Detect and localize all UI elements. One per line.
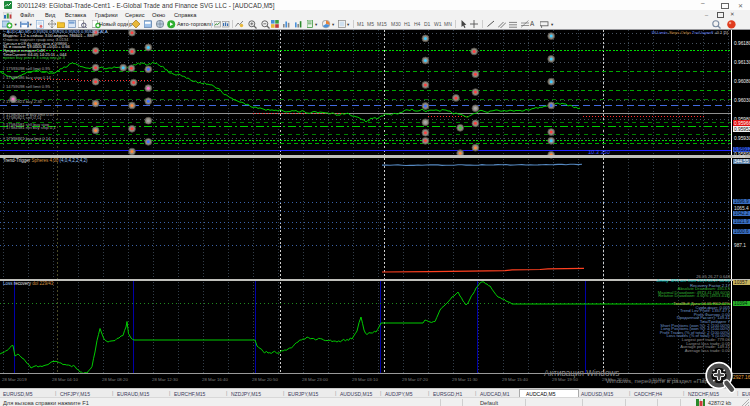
svg-text:10.3 350: 10.3 350 xyxy=(588,149,610,155)
svg-text:10394: 10394 xyxy=(734,301,748,306)
svg-text:# 17580821 sell 0.14: # 17580821 sell 0.14 xyxy=(3,115,43,120)
svg-text:1000.6: 1000.6 xyxy=(734,229,749,234)
svg-text:1021.9: 1021.9 xyxy=(734,219,749,224)
svg-text:0.96180: 0.96180 xyxy=(734,41,750,46)
svg-text:29 Mar 03:10: 29 Mar 03:10 xyxy=(352,377,378,382)
svg-text:28 Mar 08:20: 28 Mar 08:20 xyxy=(102,377,128,382)
svg-text:0.96030: 0.96030 xyxy=(734,98,750,103)
svg-text:время buy prior в 3 след пер (: время buy prior в 3 след пер (и 3 xyxy=(3,55,66,60)
svg-text:Relative Drawdown: 4.60% (4913: Relative Drawdown: 4.60% (4913.41$) xyxy=(658,293,730,298)
svg-text:# 17580821 buy 2.30: # 17580821 buy 2.30 xyxy=(3,99,43,104)
svg-text:29 Mar 11:30: 29 Mar 11:30 xyxy=(452,377,478,382)
svg-text:# 17593098 sell limit 0.95: # 17593098 sell limit 0.95 xyxy=(3,66,51,71)
svg-text:# 17590821 buy limit 0.14: # 17590821 buy limit 0.14 xyxy=(3,136,52,141)
svg-text:344.55: 344.55 xyxy=(734,159,749,164)
svg-text:0.96130: 0.96130 xyxy=(734,60,750,65)
svg-text:28 Mar 23:00: 28 Mar 23:00 xyxy=(302,377,328,382)
svg-text:29 Mar 15:40: 29 Mar 15:40 xyxy=(502,377,528,382)
svg-text:1065.4: 1065.4 xyxy=(734,206,749,211)
svg-text:28 Mar 2019: 28 Mar 2019 xyxy=(2,377,27,382)
svg-text:28 Mar 16:40: 28 Mar 16:40 xyxy=(202,377,228,382)
svg-text:0.95952: 0.95952 xyxy=(734,127,750,132)
svg-text:987.1: 987.1 xyxy=(734,243,746,248)
svg-text:# 14759098 sell limit 0.95: # 14759098 sell limit 0.95 xyxy=(3,84,51,89)
svg-text:1042.2: 1042.2 xyxy=(734,211,749,216)
svg-text:0.95930: 0.95930 xyxy=(734,136,750,141)
svg-text:0.96080: 0.96080 xyxy=(734,79,750,84)
svg-text:Average loss trade: 0.00: Average loss trade: 0.00 xyxy=(685,348,731,353)
svg-text:10357: 10357 xyxy=(734,280,748,285)
svg-text:29 Mar 07:20: 29 Mar 07:20 xyxy=(402,377,428,382)
svg-text:28 Mar 04:10: 28 Mar 04:10 xyxy=(52,377,78,382)
svg-text:# 17584581 net buy stop 0.1: # 17584581 net buy stop 0.1 xyxy=(3,125,57,130)
svg-text:1096.9: 1096.9 xyxy=(734,199,749,204)
svg-text:0.95966: 0.95966 xyxy=(734,121,750,126)
svg-text:28 Mar 20:50: 28 Mar 20:50 xyxy=(252,377,278,382)
svg-text:28 Mar 12:30: 28 Mar 12:30 xyxy=(152,377,178,382)
svg-text:Loss recovery dol 229/43: Loss recovery dol 229/43 xyxy=(3,281,54,286)
svg-text:IN Limits Steps Onlys Trail la: IN Limits Steps Onlys Trail lay=off +0.1… xyxy=(652,30,728,35)
svg-text:Trend-Trigger Spheres 4.00 (4,: Trend-Trigger Spheres 4.00 (4,0,4,2,2,4,… xyxy=(3,158,88,163)
svg-text:# 17088586 buy stop 0.14: # 17088586 buy stop 0.14 xyxy=(3,75,52,80)
